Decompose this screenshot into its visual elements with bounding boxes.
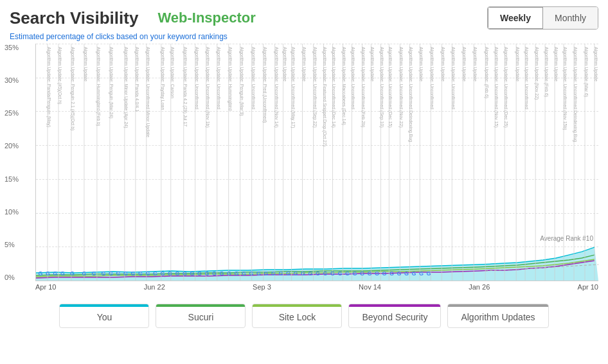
y-axis: 35% 30% 25% 20% 15% 10% 5% 0% — [4, 44, 19, 281]
legend-sucuri[interactable]: Sucuri — [156, 304, 246, 328]
x-label-apr10-1: Apr 10 — [35, 283, 56, 291]
legend-you-label: You — [84, 307, 125, 327]
chart-subtitle: Estimated percentage of clicks based on … — [0, 30, 608, 44]
legend-beyond-security[interactable]: Beyond Security — [348, 304, 441, 328]
legend-sucuri-label: Sucuri — [175, 307, 227, 327]
monthly-button[interactable]: Monthly — [543, 7, 598, 29]
legend-sitelock[interactable]: Site Lock — [252, 304, 342, 328]
legend-you[interactable]: You — [59, 304, 149, 328]
y-label-0: 0% — [4, 273, 19, 281]
legend-sitelock-label: Site Lock — [266, 307, 329, 327]
avg-rank-label: Average Rank #10 — [540, 235, 593, 242]
chart-svg — [36, 44, 598, 281]
legend-algorithm-updates[interactable]: Algorithm Updates — [447, 304, 548, 328]
y-label-15: 15% — [4, 175, 19, 183]
y-label-25: 25% — [4, 109, 19, 117]
legend-algo-label: Algorithm Updates — [448, 307, 548, 327]
x-axis: Apr 10 Jun 22 Sep 3 Nov 14 Jan 26 Apr 10 — [35, 281, 598, 291]
view-toggle: Weekly Monthly — [487, 6, 598, 30]
y-label-30: 30% — [4, 76, 19, 84]
legend-beyond-security-label: Beyond Security — [349, 307, 440, 327]
x-label-apr10-2: Apr 10 — [578, 283, 598, 291]
weekly-button[interactable]: Weekly — [488, 7, 543, 29]
x-label-jan26: Jan 26 — [469, 283, 490, 291]
x-label-sep3: Sep 3 — [253, 283, 271, 291]
brand-label: Web-Inspector — [157, 10, 255, 26]
chart-area: Average Rank #10 — [35, 44, 598, 281]
chart-legend: You Sucuri Site Lock Beyond Security Alg… — [0, 299, 608, 333]
x-label-jun22: Jun 22 — [144, 283, 165, 291]
y-label-20: 20% — [4, 142, 19, 150]
y-label-35: 35% — [4, 44, 19, 51]
google-icons-row: G G G G G G G G G G G G G G G G G G G G … — [36, 270, 598, 279]
y-label-5: 5% — [4, 241, 19, 248]
page-title: Search Visibility — [10, 8, 138, 28]
x-label-nov14: Nov 14 — [359, 283, 381, 291]
y-label-10: 10% — [4, 208, 19, 216]
